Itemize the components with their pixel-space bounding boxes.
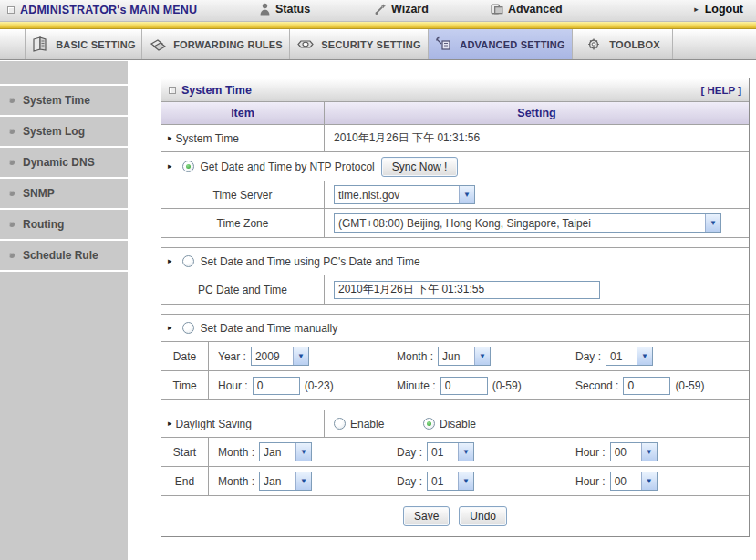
day-label: Day : [575,350,601,363]
bullet-icon [9,160,15,165]
system-time-panel: System Time [ HELP ] Item Setting ▸ Syst… [161,78,750,537]
ntp-section-label: Get Date and Time by NTP Protocol [201,161,375,173]
minute-group: Minute : (0-59) [397,377,570,395]
tab-forwarding-rules[interactable]: FORWARDING RULES [142,29,290,59]
time-server-label: Time Server [213,189,273,202]
start-hour-select[interactable]: 00 ▼ [610,442,658,461]
page: { "topbar": { "title": "ADMINISTRATOR's … [0,0,756,560]
year-label: Year : [218,350,246,363]
row-marker-icon: ▸ [168,162,172,171]
sidebar-list: System Time System Log Dynamic DNS SNMP … [0,84,128,272]
daylight-enable-group: Enable [334,418,418,430]
menu-item-wizard[interactable]: Wizard [374,3,429,16]
advanced-label: Advanced [508,3,563,16]
sidebar-item-schedule-rule[interactable]: Schedule Rule [0,241,128,272]
row-marker-icon: ▸ [168,134,172,142]
sync-now-button[interactable]: Sync Now ! [381,157,459,177]
sidebar-nav: System Time System Log Dynamic DNS SNMP … [0,61,128,560]
hour-group: Hour : (0-23) [218,377,391,395]
row-value-cell: (GMT+08:00) Beijing, Hong Kong, Singapor… [325,209,749,237]
row-value-cell: Month : Jan ▼ Day : 01 ▼ Hour : 00 ▼ [209,467,749,495]
menu-item-status[interactable]: Status [259,3,310,16]
chevron-down-icon: ▼ [641,472,657,490]
month-select[interactable]: Jun ▼ [438,347,491,366]
table-row-time: Time Hour : (0-23) Minute : (0-59) Secon… [161,370,749,399]
table-row-daylight-saving: ▸ Daylight Saving Enable Disable [161,410,749,437]
sidebar-item-dynamic-dns[interactable]: Dynamic DNS [0,148,128,179]
row-value-cell: Enable Disable [325,410,749,437]
menu-item-advanced[interactable]: Advanced [491,3,563,16]
ntp-radio[interactable] [182,161,194,172]
time-server-select[interactable]: time.nist.gov ▼ [334,185,475,204]
tab-toolbox[interactable]: TOOLBOX [573,29,673,59]
sidebar-item-system-time[interactable]: System Time [0,86,128,117]
undo-button[interactable]: Undo [459,506,507,526]
second-group: Second : (0-59) [575,377,749,395]
hour-label: Hour : [218,379,248,392]
day-label: Day : [397,446,422,459]
day-select[interactable]: 01 ▼ [606,347,653,366]
start-month-group: Month : Jan ▼ [218,442,391,461]
pc-date-time-input[interactable] [334,281,600,299]
panel-square-icon [169,87,176,94]
system-time-value: 2010年1月26日 下午 01:31:56 [334,130,480,146]
save-button[interactable]: Save [403,506,450,526]
tab-security-setting[interactable]: SECURITY SETTING [290,29,429,59]
time-zone-select[interactable]: (GMT+08:00) Beijing, Hong Kong, Singapor… [334,213,721,233]
sidebar-item-routing[interactable]: Routing [0,210,128,241]
minute-input[interactable] [440,377,488,395]
row-value-cell [325,275,749,304]
pc-time-section-label: Set Date and Time using PC's Date and Ti… [201,255,420,268]
table-row-system-time: ▸ System Time 2010年1月26日 下午 01:31:56 [161,124,749,151]
daylight-enable-radio[interactable] [334,418,346,430]
manual-radio[interactable] [182,322,194,334]
column-header-setting: Setting [325,102,749,124]
sidebar-item-label: Schedule Rule [23,249,98,262]
end-month-group: Month : Jan ▼ [218,472,391,491]
month-selected-value: Jun [439,350,474,363]
logout-button[interactable]: ▸ Logout [694,3,743,16]
help-link[interactable]: [ HELP ] [700,85,741,96]
start-month-value: Jan [260,446,295,459]
advanced-tools-icon [491,3,503,16]
tab-label: ADVANCED SETTING [460,39,564,50]
chevron-down-icon: ▼ [458,472,473,490]
bullet-icon [9,129,15,134]
pc-time-radio[interactable] [182,255,194,267]
start-month-select[interactable]: Jan ▼ [259,442,312,461]
hour-label: Hour : [575,446,606,459]
chevron-down-icon: ▼ [458,443,473,461]
end-label: End [175,475,194,488]
chevron-down-icon: ▼ [295,443,311,461]
daylight-disable-radio[interactable] [423,418,435,430]
manual-section-label: Set Date and Time manually [201,322,338,335]
year-select[interactable]: 2009 ▼ [251,347,309,366]
tab-label: TOOLBOX [609,39,660,50]
start-day-select[interactable]: 01 ▼ [427,442,474,461]
tab-advanced-setting[interactable]: ADVANCED SETTING [429,29,573,59]
chevron-down-icon: ▼ [295,472,311,490]
end-hour-select[interactable]: 00 ▼ [610,472,658,491]
sidebar-item-snmp[interactable]: SNMP [0,179,128,210]
table-header-row: Item Setting [161,101,749,124]
hour-input[interactable] [253,377,300,395]
end-month-value: Jan [260,475,295,488]
toolbox-gear-icon [585,36,603,52]
time-label: Time [172,379,196,392]
sidebar-item-system-log[interactable]: System Log [0,117,128,148]
section-gap [161,399,749,410]
row-label-cell: Date [161,342,209,370]
footer-actions: Save Undo [161,495,749,536]
chevron-down-icon: ▼ [293,347,308,365]
advanced-setting-tools-icon [435,36,453,52]
tab-basic-setting[interactable]: BASIC SETTING [26,29,142,59]
end-hour-group: Hour : 00 ▼ [575,472,749,491]
second-label: Second : [575,379,618,392]
minute-label: Minute : [397,379,436,392]
pc-date-time-label: PC Date and Time [198,284,287,296]
end-day-select[interactable]: 01 ▼ [427,472,474,491]
start-hour-group: Hour : 00 ▼ [575,442,749,461]
end-month-select[interactable]: Jan ▼ [259,472,312,491]
table-row-date: Date Year : 2009 ▼ Month : Jun ▼ Day : [161,341,749,370]
second-input[interactable] [623,377,670,395]
